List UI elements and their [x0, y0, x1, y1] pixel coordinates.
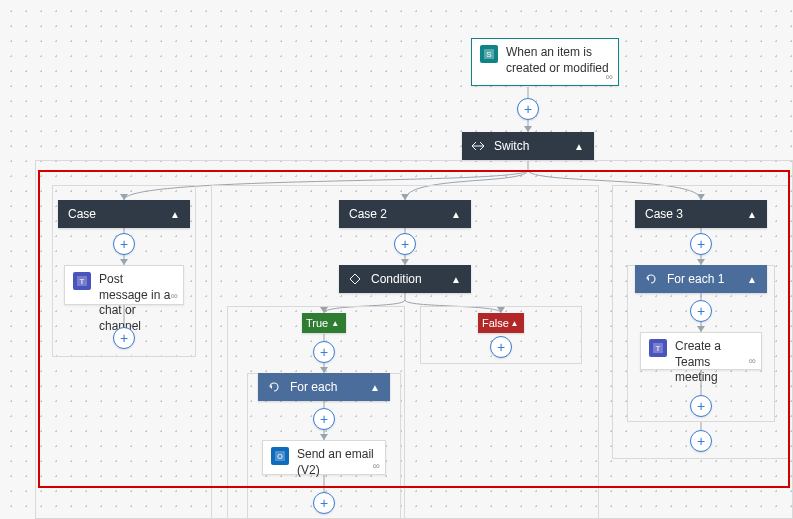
outlook-icon: O [271, 447, 289, 465]
trigger-label: When an item is created or modified [506, 45, 610, 76]
condition-label: Condition [371, 272, 449, 286]
add-step-button[interactable]: + [490, 336, 512, 358]
case-3-label: Case 3 [645, 207, 745, 221]
flow-canvas[interactable]: S When an item is created or modified ∞ … [0, 0, 793, 519]
chevron-up-icon: ▲ [449, 209, 463, 220]
false-header[interactable]: False ▲ [478, 313, 524, 333]
trigger-card[interactable]: S When an item is created or modified ∞ [471, 38, 619, 86]
switch-label: Switch [494, 139, 572, 153]
chevron-up-icon: ▲ [509, 319, 520, 328]
action-label: Create a Teams meeting [675, 339, 753, 386]
post-message-action[interactable]: T Post message in a chat or channel ∞ [64, 265, 184, 305]
case-3-header[interactable]: Case 3 ▲ [635, 200, 767, 228]
chevron-up-icon: ▲ [572, 141, 586, 152]
chevron-up-icon: ▲ [745, 209, 759, 220]
chevron-up-icon: ▲ [168, 209, 182, 220]
foreach-icon [643, 271, 659, 287]
chevron-up-icon: ▲ [328, 319, 342, 328]
add-step-button[interactable]: + [313, 341, 335, 363]
add-step-button[interactable]: + [113, 327, 135, 349]
condition-header[interactable]: Condition ▲ [339, 265, 471, 293]
add-step-button[interactable]: + [517, 98, 539, 120]
link-icon: ∞ [749, 355, 756, 366]
chevron-up-icon: ▲ [449, 274, 463, 285]
svg-text:S: S [486, 50, 491, 59]
add-step-button[interactable]: + [113, 233, 135, 255]
add-step-button[interactable]: + [690, 300, 712, 322]
teams-icon: T [73, 272, 91, 290]
case-2-label: Case 2 [349, 207, 449, 221]
true-label: True [306, 317, 328, 329]
teams-icon: T [649, 339, 667, 357]
foreach-1-header[interactable]: For each 1 ▲ [635, 265, 767, 293]
chevron-up-icon: ▲ [745, 274, 759, 285]
foreach-icon [266, 379, 282, 395]
action-label: Send an email (V2) [297, 447, 377, 478]
foreach-1-label: For each 1 [667, 272, 745, 286]
chevron-up-icon: ▲ [368, 382, 382, 393]
sharepoint-icon: S [480, 45, 498, 63]
send-email-action[interactable]: O Send an email (V2) ∞ [262, 440, 386, 475]
foreach-label: For each [290, 380, 368, 394]
true-header[interactable]: True ▲ [302, 313, 346, 333]
action-label: Post message in a chat or channel [99, 272, 175, 334]
switch-icon [470, 138, 486, 154]
case-2-header[interactable]: Case 2 ▲ [339, 200, 471, 228]
foreach-true-header[interactable]: For each ▲ [258, 373, 390, 401]
link-icon: ∞ [171, 290, 178, 301]
svg-text:O: O [277, 453, 283, 460]
svg-text:T: T [80, 277, 85, 286]
add-step-button[interactable]: + [690, 430, 712, 452]
add-step-button[interactable]: + [313, 408, 335, 430]
create-teams-meeting-action[interactable]: T Create a Teams meeting ∞ [640, 332, 762, 370]
link-icon: ∞ [373, 460, 380, 471]
add-step-button[interactable]: + [394, 233, 416, 255]
add-step-button[interactable]: + [313, 492, 335, 514]
add-step-button[interactable]: + [690, 395, 712, 417]
condition-icon [347, 271, 363, 287]
svg-text:T: T [656, 344, 661, 353]
case-1-label: Case [68, 207, 168, 221]
case-1-header[interactable]: Case ▲ [58, 200, 190, 228]
switch-header[interactable]: Switch ▲ [462, 132, 594, 160]
link-icon: ∞ [606, 71, 613, 82]
false-label: False [482, 317, 509, 329]
add-step-button[interactable]: + [690, 233, 712, 255]
